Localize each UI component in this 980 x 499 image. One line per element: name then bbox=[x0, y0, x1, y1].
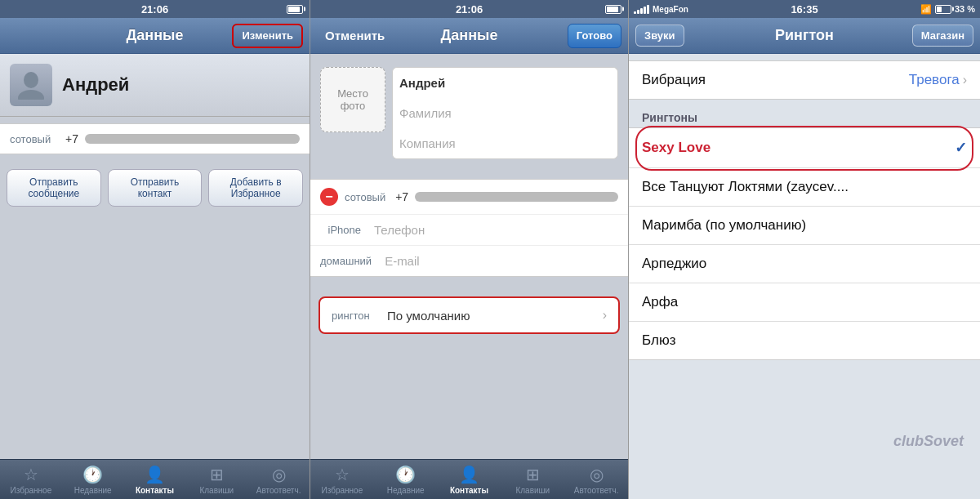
sexy-love-label: Sexy Love bbox=[642, 140, 710, 156]
tab-recents-label-2: Недавние bbox=[387, 486, 425, 495]
battery-fill-1 bbox=[288, 7, 300, 12]
avatar bbox=[10, 64, 52, 106]
ringtone-value: По умолчанию bbox=[381, 309, 603, 323]
ringtones-section-header: Рингтоны bbox=[629, 106, 980, 127]
first-name-value: Андрей bbox=[399, 76, 445, 90]
surname-placeholder: Фамилия bbox=[399, 106, 452, 120]
vibration-chevron-icon: › bbox=[963, 73, 967, 87]
voicemail-icon-1: ◎ bbox=[272, 465, 286, 484]
battery-icon-3 bbox=[935, 5, 951, 14]
iphone-placeholder[interactable]: Телефон bbox=[368, 223, 618, 237]
vibration-value: Тревога › bbox=[909, 72, 967, 88]
marimba-label: Маримба (по умолчанию) bbox=[642, 217, 806, 234]
svg-point-0 bbox=[24, 72, 38, 88]
phone-prefix: +7 bbox=[65, 132, 78, 145]
ringtone-row[interactable]: рингтон По умолчанию › bbox=[318, 296, 620, 334]
company-placeholder: Компания bbox=[399, 136, 456, 150]
wifi-icon: 📶 bbox=[920, 4, 932, 15]
action-buttons: Отправитьсообщение Отправитьконтакт Доба… bbox=[0, 161, 310, 215]
tab-contacts-label-1: Контакты bbox=[136, 486, 174, 495]
email-placeholder[interactable]: E-mail bbox=[378, 254, 618, 268]
send-contact-button[interactable]: Отправитьконтакт bbox=[108, 169, 203, 207]
tab-voicemail-2[interactable]: ◎ Автоответч. bbox=[564, 465, 628, 495]
tab-keypad-2[interactable]: ⊞ Клавиши bbox=[501, 465, 564, 495]
status-bar-3: 16:35 MegaFon 📶 33 % bbox=[629, 0, 980, 18]
nav-bar-1: Данные Изменить bbox=[0, 18, 310, 54]
ringtone-item-sexy-love[interactable]: Sexy Love ✓ bbox=[629, 128, 980, 168]
ringtone-item-marimba[interactable]: Маримба (по умолчанию) bbox=[629, 207, 980, 245]
panel-edit-view: 21:06 Отменить Данные Готово Место фото … bbox=[310, 0, 629, 499]
clock-icon-2: 🕐 bbox=[395, 465, 416, 484]
photo-label-text2: фото bbox=[341, 100, 366, 112]
battery-icon-1 bbox=[287, 5, 303, 14]
phone-row: сотовый +7 bbox=[0, 123, 310, 154]
add-favorites-button[interactable]: Добавить вИзбранное bbox=[208, 169, 303, 207]
battery-area-1 bbox=[287, 5, 303, 14]
tab-favorites-label-1: Избранное bbox=[11, 486, 52, 495]
ringtone-item-arfa[interactable]: Арфа bbox=[629, 283, 980, 322]
tab-contacts-1[interactable]: 👤 Контакты bbox=[124, 465, 186, 495]
tab-recents-1[interactable]: 🕐 Недавние bbox=[62, 465, 124, 495]
vibration-row[interactable]: Вибрация Тревога › bbox=[629, 61, 980, 99]
store-button[interactable]: Магазин bbox=[912, 25, 973, 47]
photo-placeholder[interactable]: Место фото bbox=[320, 67, 385, 132]
email-label: домашний bbox=[320, 255, 372, 267]
iphone-row: iPhone Телефон bbox=[310, 215, 628, 246]
arpeggio-label: Арпеджио bbox=[642, 256, 706, 272]
ringtone-item-blues[interactable]: Блюз bbox=[629, 322, 980, 359]
phone-prefix-2: +7 bbox=[392, 190, 408, 203]
arfa-label: Арфа bbox=[642, 294, 678, 310]
ringtone-list: Sexy Love ✓ Все Танцуют Локтями (zaycev.… bbox=[629, 127, 980, 360]
panel-ringtone-view: 16:35 MegaFon 📶 33 % Звуки Рингтон Магаз… bbox=[629, 0, 980, 499]
star-icon-2: ☆ bbox=[335, 465, 350, 484]
email-row: домашний E-mail bbox=[310, 246, 628, 276]
ringtone-item-arpeggio[interactable]: Арпеджио bbox=[629, 245, 980, 283]
contact-name: Андрей bbox=[62, 74, 129, 96]
status-time-3: 16:35 bbox=[791, 3, 817, 16]
sounds-button[interactable]: Звуки bbox=[635, 25, 684, 47]
phone-blurred-2 bbox=[415, 192, 618, 202]
ringtone-item-vse-tantsuyut[interactable]: Все Танцуют Локтями (zaycev.... bbox=[629, 168, 980, 207]
tab-keypad-1[interactable]: ⊞ Клавиши bbox=[185, 465, 247, 495]
phone-row-edit: − сотовый +7 bbox=[310, 180, 628, 215]
iphone-label: iPhone bbox=[320, 224, 361, 236]
cancel-button[interactable]: Отменить bbox=[317, 24, 393, 48]
phone-type-label: сотовый bbox=[345, 191, 385, 203]
tab-voicemail-label-1: Автоответч. bbox=[256, 486, 301, 495]
tab-recents-2[interactable]: 🕐 Недавние bbox=[374, 465, 438, 495]
tab-recents-label-1: Недавние bbox=[74, 486, 112, 495]
tab-contacts-2[interactable]: 👤 Контакты bbox=[438, 465, 501, 495]
ringtone-chevron-icon: › bbox=[603, 308, 607, 323]
battery-fill-2 bbox=[607, 7, 618, 12]
company-field[interactable]: Компания bbox=[392, 128, 618, 159]
battery-fill-3 bbox=[937, 7, 942, 12]
tab-favorites-2[interactable]: ☆ Избранное bbox=[310, 465, 374, 495]
ringtone-content: Вибрация Тревога › Рингтоны Sexy Love ✓ bbox=[629, 54, 980, 499]
minus-button[interactable]: − bbox=[320, 188, 338, 206]
star-icon-1: ☆ bbox=[24, 465, 38, 484]
ringtone-label: рингтон bbox=[332, 310, 381, 322]
done-button[interactable]: Готово bbox=[568, 24, 621, 48]
battery-icon-2 bbox=[605, 5, 621, 14]
signal-area: MegaFon bbox=[634, 4, 688, 14]
checkmark-icon: ✓ bbox=[955, 139, 967, 157]
name-fields-group: Андрей Фамилия Компания bbox=[392, 67, 618, 159]
right-status-3: 📶 33 % bbox=[920, 4, 975, 15]
signal-bars-icon bbox=[634, 4, 649, 14]
vse-tantsuyut-label: Все Танцуют Локтями (zaycev.... bbox=[642, 179, 849, 195]
tab-favorites-1[interactable]: ☆ Избранное bbox=[0, 465, 62, 495]
vibration-section: Вибрация Тревога › bbox=[629, 60, 980, 100]
panel-contact-view: 21:06 Данные Изменить Андрей сотовый +7 … bbox=[0, 0, 310, 499]
last-name-field[interactable]: Фамилия bbox=[392, 98, 618, 128]
blues-label: Блюз bbox=[642, 332, 675, 349]
watermark: clubSovet bbox=[893, 433, 964, 450]
tab-voicemail-1[interactable]: ◎ Автоответч. bbox=[247, 465, 310, 495]
tab-favorites-label-2: Избранное bbox=[322, 486, 363, 495]
send-message-button[interactable]: Отправитьсообщение bbox=[7, 169, 101, 207]
edit-button[interactable]: Изменить bbox=[232, 24, 303, 48]
first-name-field[interactable]: Андрей bbox=[392, 67, 618, 98]
voicemail-icon-2: ◎ bbox=[590, 465, 604, 484]
status-bar-2: 21:06 bbox=[310, 0, 628, 18]
vibration-label: Вибрация bbox=[642, 72, 706, 88]
tab-contacts-label-2: Контакты bbox=[450, 486, 488, 495]
